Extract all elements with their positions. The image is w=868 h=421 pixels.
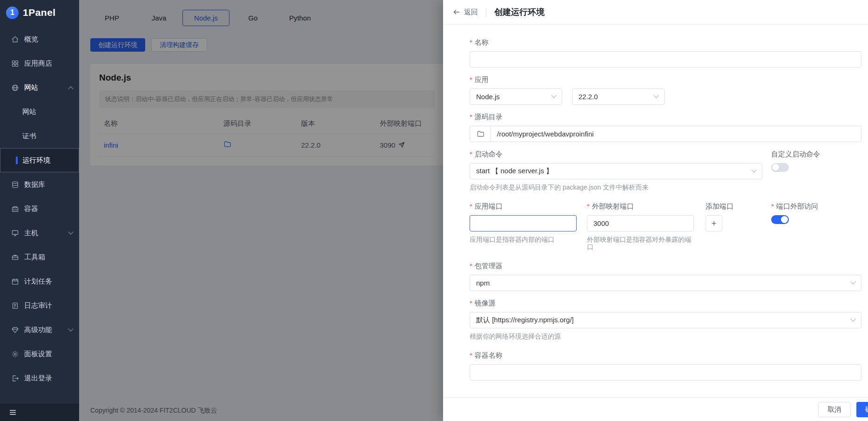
sidebar-item-label: 退出登录 — [24, 374, 52, 383]
sidebar-item-database[interactable]: 数据库 — [0, 172, 79, 197]
calendar-icon — [11, 278, 19, 285]
container-name-label: 容器名称 — [470, 351, 861, 360]
1panel-logo-icon: 1 — [6, 7, 19, 19]
app-port-input[interactable] — [470, 215, 577, 231]
sidebar-item-toolbox[interactable]: 工具箱 — [0, 245, 79, 269]
sidebar-item-host[interactable]: 主机 — [0, 221, 79, 245]
mirror-select-value: 默认 [https://registry.npmjs.org/] — [476, 316, 574, 325]
sidebar-item-label: 容器 — [24, 204, 38, 213]
ext-port-label: 外部映射端口 — [587, 202, 694, 210]
start-cmd-select[interactable]: start 【 node server.js 】 — [470, 163, 762, 179]
drawer-title: 创建运行环境 — [494, 7, 545, 18]
source-dir-input[interactable] — [491, 126, 861, 142]
source-dir-label: 源码目录 — [470, 113, 861, 121]
sidebar-item-label: 网站 — [22, 108, 36, 116]
app-port-help: 应用端口是指容器内部的端口 — [470, 236, 577, 243]
globe-icon — [11, 84, 19, 92]
logo[interactable]: 1 1Panel — [0, 0, 79, 25]
cancel-button[interactable]: 取消 — [818, 402, 851, 417]
chevron-up-icon — [68, 86, 73, 91]
browse-folder-button[interactable] — [470, 126, 491, 142]
sidebar-item-label: 数据库 — [24, 180, 45, 189]
sidebar-item-advanced[interactable]: 高级功能 — [0, 318, 79, 342]
field-package-manager: 包管理器 npm — [470, 262, 861, 291]
toggle-knob — [772, 164, 779, 171]
app-version-select[interactable]: 22.2.0 — [572, 88, 665, 105]
app-port-label: 应用端口 — [470, 202, 577, 210]
name-input[interactable] — [470, 51, 861, 68]
back-button[interactable]: 返回 — [452, 8, 478, 17]
sidebar-item-label: 网站 — [24, 83, 38, 92]
sidebar-item-label: 运行环境 — [22, 156, 50, 165]
confirm-button[interactable]: 确认 — [856, 402, 868, 417]
sidebar-item-cron[interactable]: 计划任务 — [0, 269, 79, 293]
collapse-menu-icon[interactable] — [8, 408, 17, 416]
app-select-value: Node.js — [476, 93, 500, 101]
sidebar-item-logs[interactable]: 日志审计 — [0, 293, 79, 318]
back-label: 返回 — [464, 8, 478, 17]
field-start-command: 启动命令 start 【 node server.js 】 启动命令列表是从源码… — [470, 150, 861, 191]
sidebar-item-label: 面板设置 — [24, 350, 52, 359]
sidebar-item-logout[interactable]: 退出登录 — [0, 366, 79, 390]
ext-port-help: 外部映射端口是指容器对外暴露的端口 — [587, 236, 694, 251]
mirror-help: 根据你的网络环境选择合适的源 — [470, 333, 861, 340]
ext-port-input[interactable] — [587, 215, 694, 231]
logout-icon — [11, 374, 19, 382]
container-icon — [11, 205, 19, 213]
add-port-button[interactable]: + — [706, 215, 722, 231]
port-access-label: 端口外部访问 — [771, 202, 861, 210]
active-indicator-bar — [16, 156, 18, 164]
header-divider — [486, 8, 486, 17]
mirror-select[interactable]: 默认 [https://registry.npmjs.org/] — [470, 312, 861, 328]
sidebar-item-overview[interactable]: 概览 — [0, 27, 79, 51]
gem-icon — [11, 326, 19, 334]
app-select[interactable]: Node.js — [470, 88, 562, 105]
sidebar-item-settings[interactable]: 面板设置 — [0, 342, 79, 366]
add-port-label: 添加端口 — [706, 202, 760, 210]
field-ports: 应用端口 应用端口是指容器内部的端口 外部映射端口 外部映射端口是指容器对外暴露… — [470, 202, 861, 251]
sidebar-item-label: 主机 — [24, 229, 38, 238]
home-icon — [11, 35, 19, 43]
drawer-footer: 取消 确认 — [443, 397, 868, 421]
app-version-value: 22.2.0 — [579, 93, 598, 101]
host-icon — [11, 229, 19, 237]
sidebar-item-label: 计划任务 — [24, 277, 52, 286]
chevron-down-icon — [653, 93, 659, 98]
start-cmd-label: 启动命令 — [470, 150, 762, 158]
sidebar-item-appstore[interactable]: 应用商店 — [0, 51, 79, 75]
chevron-down-icon — [68, 229, 73, 234]
sidebar-bottom-bar — [0, 404, 79, 421]
sidebar-item-website-group[interactable]: 网站 — [0, 75, 79, 100]
field-app: 应用 Node.js 22.2.0 — [470, 75, 861, 105]
start-cmd-value: start 【 node server.js 】 — [476, 167, 553, 176]
sidebar-item-website[interactable]: 网站 — [0, 100, 79, 124]
logo-text: 1Panel — [23, 7, 56, 18]
sidebar-item-label: 证书 — [22, 132, 36, 141]
chevron-down-icon — [68, 326, 73, 331]
sidebar-item-label: 高级功能 — [24, 326, 52, 334]
chevron-down-icon — [751, 167, 756, 172]
container-name-input[interactable] — [470, 364, 861, 380]
drawer-body: 名称 应用 Node.js 22.2.0 源码目录 — [443, 25, 868, 397]
chevron-down-icon — [850, 316, 855, 321]
add-port-column: 添加端口 + — [706, 202, 760, 251]
chevron-down-icon — [551, 93, 556, 98]
database-icon — [11, 181, 19, 189]
sidebar-item-label: 工具箱 — [24, 253, 45, 262]
gear-icon — [11, 350, 19, 358]
custom-cmd-toggle[interactable] — [771, 163, 789, 172]
pkg-select[interactable]: npm — [470, 275, 861, 291]
toggle-knob — [781, 216, 788, 223]
sidebar-item-certificate[interactable]: 证书 — [0, 124, 79, 148]
name-label: 名称 — [470, 38, 861, 47]
chevron-down-icon — [850, 279, 855, 284]
field-name: 名称 — [470, 38, 861, 68]
sidebar-item-runtime[interactable]: 运行环境 — [0, 148, 79, 172]
sidebar-item-label: 日志审计 — [24, 301, 52, 310]
ext-port-column: 外部映射端口 外部映射端口是指容器对外暴露的端口 — [587, 202, 694, 251]
sidebar: 1 1Panel 概览 应用商店 网站 网站 证书 — [0, 0, 79, 421]
pkg-label: 包管理器 — [470, 262, 861, 270]
back-arrow-icon — [452, 8, 461, 16]
port-access-toggle[interactable] — [771, 215, 789, 224]
sidebar-item-container[interactable]: 容器 — [0, 197, 79, 221]
